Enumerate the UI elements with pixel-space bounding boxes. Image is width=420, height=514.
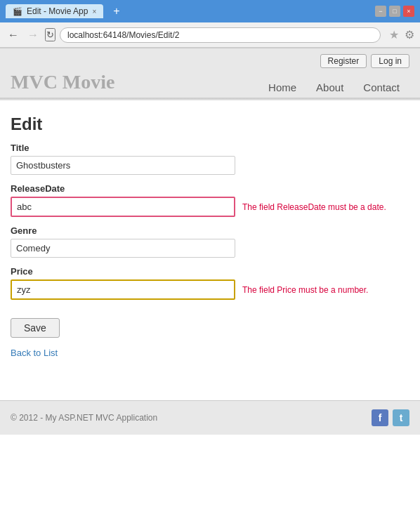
footer-text: © 2012 - My ASP.NET MVC Application — [11, 413, 157, 423]
title-row — [11, 156, 409, 175]
price-input[interactable] — [11, 279, 235, 300]
release-date-error: The field ReleaseDate must be a date. — [242, 202, 386, 212]
genre-field-group: Genre — [11, 225, 409, 258]
address-bar[interactable]: localhost:64148/Movies/Edit/2 — [60, 27, 381, 43]
release-date-field-group: ReleaseDate The field ReleaseDate must b… — [11, 183, 409, 217]
nav-about[interactable]: About — [306, 77, 353, 98]
app-footer: © 2012 - My ASP.NET MVC Application f t — [0, 400, 420, 435]
nav-links: Home About Contact — [258, 77, 409, 98]
release-date-input[interactable] — [11, 197, 235, 217]
footer-social-icons: f t — [372, 409, 409, 426]
title-label: Title — [11, 143, 409, 153]
back-to-list-link[interactable]: Back to List — [11, 348, 58, 358]
main-content: Edit Title ReleaseDate The field Release… — [0, 100, 420, 372]
nav-contact[interactable]: Contact — [353, 77, 409, 98]
back-browser-button[interactable]: ← — [6, 29, 21, 41]
title-field-group: Title — [11, 143, 409, 175]
twitter-icon[interactable]: t — [393, 409, 409, 426]
back-link-area: Back to List — [11, 338, 409, 358]
new-tab-button[interactable]: + — [109, 4, 124, 19]
settings-icon[interactable]: ⚙ — [405, 28, 414, 41]
tab-icon: 🎬 — [13, 7, 22, 16]
bookmark-icon[interactable]: ★ — [389, 28, 399, 41]
app-nav: MVC Movie Home About Contact — [11, 71, 409, 98]
genre-label: Genre — [11, 225, 409, 236]
url-text: localhost:64148/Movies/Edit/2 — [67, 30, 179, 40]
tab-close-icon[interactable]: × — [92, 8, 96, 15]
browser-nav-bar: ← → ↻ localhost:64148/Movies/Edit/2 ★ ⚙ — [0, 22, 420, 48]
browser-tab[interactable]: 🎬 Edit - Movie App × — [6, 4, 103, 18]
nav-home[interactable]: Home — [258, 77, 306, 98]
app-title: MVC Movie — [11, 71, 258, 98]
price-field-group: Price The field Price must be a number. — [11, 266, 409, 300]
save-button[interactable]: Save — [11, 318, 60, 338]
reload-button[interactable]: ↻ — [45, 28, 55, 41]
app-header: Register Log in MVC Movie Home About Con… — [0, 48, 420, 98]
release-date-label: ReleaseDate — [11, 183, 409, 194]
genre-row — [11, 239, 409, 258]
forward-browser-button[interactable]: → — [25, 29, 41, 41]
title-input[interactable] — [11, 156, 235, 175]
browser-chrome: 🎬 Edit - Movie App × + − □ × ← → ↻ local… — [0, 0, 420, 48]
window-controls: − □ × — [375, 6, 414, 17]
genre-input[interactable] — [11, 239, 235, 258]
maximize-button[interactable]: □ — [389, 6, 400, 17]
title-bar: 🎬 Edit - Movie App × + − □ × — [0, 0, 420, 22]
facebook-icon[interactable]: f — [372, 409, 388, 426]
page: Register Log in MVC Movie Home About Con… — [0, 48, 420, 456]
page-title: Edit — [11, 114, 409, 134]
release-date-row: The field ReleaseDate must be a date. — [11, 197, 409, 217]
price-label: Price — [11, 266, 409, 277]
price-error: The field Price must be a number. — [242, 285, 368, 295]
minimize-button[interactable]: − — [375, 6, 386, 17]
login-button[interactable]: Log in — [371, 54, 409, 68]
header-auth-area: Register Log in — [11, 54, 409, 71]
close-button[interactable]: × — [403, 6, 414, 17]
tab-title: Edit - Movie App — [27, 6, 88, 16]
price-row: The field Price must be a number. — [11, 279, 409, 300]
register-button[interactable]: Register — [320, 54, 367, 68]
